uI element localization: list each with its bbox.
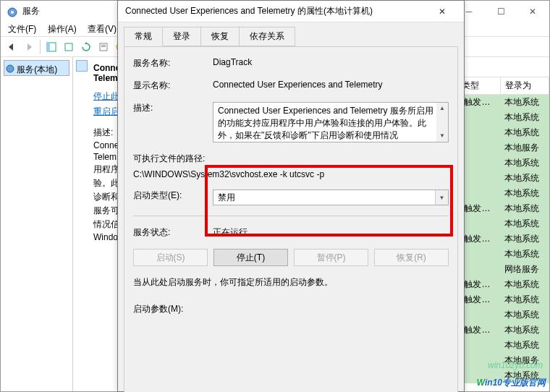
- nav-tree: 服务(本地): [1, 57, 73, 391]
- scroll-down-icon[interactable]: ▼: [436, 130, 448, 142]
- tab-recovery[interactable]: 恢复: [200, 27, 240, 46]
- maximize-button[interactable]: ☐: [485, 1, 517, 22]
- label-service-status: 服务状态:: [133, 226, 213, 239]
- tab-logon[interactable]: 登录: [162, 27, 201, 46]
- dialog-tabs: 常规 登录 恢复 依存关系: [118, 22, 464, 46]
- value-service-status: 正在运行: [213, 226, 449, 239]
- services-icon: [7, 5, 18, 17]
- back-button[interactable]: [4, 39, 20, 55]
- tree-node-services-local[interactable]: 服务(本地): [4, 60, 69, 76]
- watermark-url: win10zyb.com: [488, 360, 543, 370]
- window-title: 服务: [22, 1, 40, 21]
- menu-action[interactable]: 操作(A): [43, 21, 81, 37]
- tab-general[interactable]: 常规: [124, 27, 163, 46]
- value-exe-path: C:\WINDOWS\System32\svchost.exe -k utcsv…: [133, 169, 449, 179]
- properties-button[interactable]: [96, 39, 111, 55]
- svg-point-10: [7, 65, 14, 72]
- pause-button: 暂停(P): [294, 249, 368, 266]
- label-exe-path: 可执行文件的路径:: [133, 153, 205, 165]
- value-service-name: DiagTrack: [213, 57, 449, 69]
- svg-rect-6: [101, 45, 106, 46]
- svg-rect-3: [47, 43, 50, 51]
- svg-rect-4: [65, 43, 72, 51]
- refresh-button[interactable]: [78, 39, 94, 55]
- label-startup-type: 启动类型(E):: [133, 189, 213, 205]
- dialog-title: Connected User Experiences and Telemetry…: [125, 5, 428, 17]
- startup-type-select[interactable]: 禁用: [213, 189, 449, 205]
- stop-button[interactable]: 停止(T): [213, 249, 288, 266]
- start-button: 启动(S): [133, 249, 208, 266]
- export-list-button[interactable]: [61, 39, 77, 55]
- label-description: 描述:: [133, 102, 213, 142]
- dialog-close-button[interactable]: ✕: [428, 1, 457, 22]
- svg-rect-7: [101, 46, 106, 47]
- tab-dependencies[interactable]: 依存关系: [239, 27, 295, 46]
- scroll-up-icon[interactable]: ▲: [436, 103, 448, 114]
- window-controls: ─ ☐ ✕: [453, 1, 549, 22]
- dialog-title-bar: Connected User Experiences and Telemetry…: [118, 1, 464, 22]
- value-display-name: Connected User Experiences and Telemetry: [213, 80, 449, 92]
- tab-panel-general: 服务名称: DiagTrack 显示名称: Connected User Exp…: [124, 46, 458, 392]
- refresh-icon[interactable]: [76, 60, 88, 72]
- resume-button: 恢复(R): [374, 249, 449, 266]
- description-textbox[interactable]: Connected User Experiences and Telemetry…: [213, 102, 449, 142]
- label-start-params: 启动参数(M):: [133, 303, 213, 315]
- watermark-logo: Win10专业版官网: [477, 371, 546, 390]
- description-scrollbar[interactable]: ▲ ▼: [436, 103, 448, 142]
- forward-button[interactable]: [21, 39, 37, 55]
- close-button[interactable]: ✕: [517, 1, 549, 22]
- show-hide-tree-button[interactable]: [43, 39, 59, 55]
- chevron-down-icon[interactable]: ▼: [435, 190, 448, 205]
- label-service-name: 服务名称:: [133, 57, 213, 69]
- params-hint: 当从此处启动服务时，你可指定所适用的启动参数。: [133, 276, 333, 289]
- col-logon[interactable]: 登录为: [500, 77, 549, 95]
- menu-view[interactable]: 查看(V): [83, 21, 121, 37]
- status-area: [73, 57, 90, 391]
- properties-dialog: Connected User Experiences and Telemetry…: [117, 0, 465, 392]
- menu-file[interactable]: 文件(F): [4, 21, 41, 37]
- svg-point-1: [11, 11, 14, 14]
- label-display-name: 显示名称:: [133, 80, 213, 92]
